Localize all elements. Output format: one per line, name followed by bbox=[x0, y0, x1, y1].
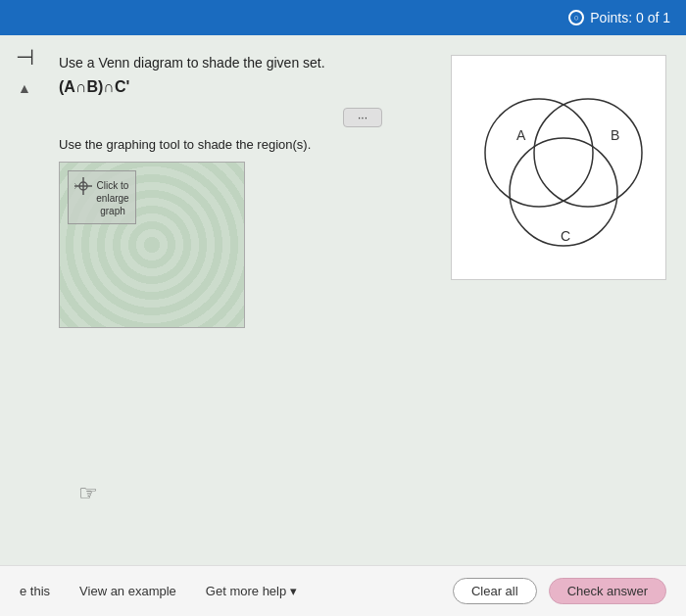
venn-diagram-svg: A B C bbox=[466, 70, 652, 265]
left-nav: ⊣ ▲ bbox=[0, 35, 49, 565]
venn-label-b: B bbox=[611, 127, 619, 143]
back-arrow-button[interactable]: ⊣ bbox=[16, 45, 34, 71]
crosshair-icon bbox=[73, 175, 94, 197]
points-icon: ○ bbox=[568, 10, 584, 25]
venn-label-c: C bbox=[561, 228, 570, 244]
main-content: ⊣ ▲ Use a Venn diagram to shade the give… bbox=[0, 35, 686, 565]
get-more-help-link[interactable]: Get more help ▾ bbox=[206, 584, 297, 598]
click-enlarge-box[interactable]: Click to enlarge graph bbox=[68, 170, 136, 224]
clear-all-button[interactable]: Clear all bbox=[453, 578, 537, 604]
graph-area[interactable]: Click to enlarge graph bbox=[59, 162, 245, 328]
svg-point-5 bbox=[485, 99, 593, 207]
points-area: ○ Points: 0 of 1 bbox=[568, 10, 670, 25]
bottom-right-actions: Clear all Check answer bbox=[453, 578, 666, 604]
tool-options-button[interactable]: ··· bbox=[343, 108, 382, 127]
scroll-up-button[interactable]: ▲ bbox=[18, 80, 31, 96]
view-example-link[interactable]: View an example bbox=[79, 584, 176, 598]
venn-label-a: A bbox=[516, 127, 526, 143]
venn-diagram-panel[interactable]: A B C bbox=[451, 55, 666, 280]
points-label: Points: 0 of 1 bbox=[590, 10, 670, 25]
check-answer-button[interactable]: Check answer bbox=[549, 578, 666, 604]
bottom-bar: e this View an example Get more help ▾ C… bbox=[0, 565, 686, 616]
see-this-link[interactable]: e this bbox=[20, 584, 50, 598]
hand-cursor-icon: ☞ bbox=[78, 481, 98, 506]
top-bar: ○ Points: 0 of 1 bbox=[0, 0, 686, 35]
svg-point-6 bbox=[534, 99, 642, 207]
